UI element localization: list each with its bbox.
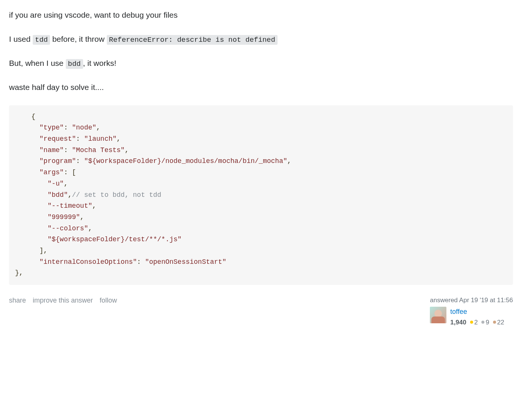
bronze-count: 22 xyxy=(497,318,504,327)
bronze-badge-icon xyxy=(493,321,496,324)
paragraph-1: if you are using vscode, want to debug y… xyxy=(9,9,513,21)
code-val: "Mocha Tests" xyxy=(72,146,124,154)
user-name-link[interactable]: toffee xyxy=(450,307,506,317)
code-key: "program" xyxy=(39,157,76,165)
code-pun: : xyxy=(137,258,145,266)
timestamp: Apr 19 '19 at 11:56 xyxy=(459,297,513,304)
code-val: "node" xyxy=(72,124,96,131)
code-pun: }, xyxy=(15,269,23,277)
bronze-badge: 22 xyxy=(493,318,504,327)
code-val: "${workspaceFolder}/test/**/*.js" xyxy=(47,236,181,243)
inline-code-bdd: bdd xyxy=(66,59,83,69)
code-pun: , xyxy=(125,146,129,154)
code-pun: , xyxy=(68,191,72,199)
gold-badge-icon xyxy=(470,321,473,324)
answer-footer: share improve this answer follow answere… xyxy=(9,295,513,327)
code-val: "--colors" xyxy=(47,225,88,232)
code-pun: , xyxy=(92,202,96,210)
inline-code-error: ReferenceError: describe is not defined xyxy=(107,35,278,45)
code-pun: : xyxy=(64,146,72,154)
text: But, when I use xyxy=(9,59,66,67)
gold-count: 2 xyxy=(474,318,478,327)
improve-answer-link[interactable]: improve this answer xyxy=(33,295,93,306)
code-val: "bdd" xyxy=(47,191,68,199)
code-pun: , xyxy=(88,225,92,232)
code-key: "args" xyxy=(39,169,64,176)
text: I used xyxy=(9,35,33,43)
code-pun: , xyxy=(287,157,291,165)
code-pun: , xyxy=(117,135,121,143)
gold-badge: 2 xyxy=(470,318,478,327)
paragraph-4: waste half day to solve it.... xyxy=(9,81,513,93)
user-card: answered Apr 19 '19 at 11:56 toffee 1,94… xyxy=(430,295,513,327)
follow-link[interactable]: follow xyxy=(100,295,117,306)
silver-badge: 9 xyxy=(481,318,489,327)
code-val: "launch" xyxy=(84,135,117,143)
code-pun: : xyxy=(64,124,72,131)
code-comment: // set to bdd, not tdd xyxy=(72,191,161,199)
code-content: { "type": "node", "request": "launch", "… xyxy=(15,111,507,279)
user-stats: 1,940 2 9 22 xyxy=(450,318,506,327)
code-pun: , xyxy=(96,124,100,131)
code-val: "-u" xyxy=(47,180,64,187)
code-val: "--timeout" xyxy=(47,202,92,210)
code-block: { "type": "node", "request": "launch", "… xyxy=(9,105,513,285)
silver-count: 9 xyxy=(486,318,489,327)
paragraph-3: But, when I use bdd, it works! xyxy=(9,57,513,69)
code-pun: , xyxy=(80,213,84,221)
code-val: "openOnSessionStart" xyxy=(145,258,226,266)
answered-time: answered Apr 19 '19 at 11:56 xyxy=(430,295,513,305)
silver-badge-icon xyxy=(481,321,484,324)
paragraph-2: I used tdd before, it throw ReferenceErr… xyxy=(9,33,513,45)
code-pun: : [ xyxy=(64,169,76,176)
share-link[interactable]: share xyxy=(9,295,26,306)
code-pun: , xyxy=(64,180,68,187)
code-pun: : xyxy=(76,157,84,165)
code-val: "999999" xyxy=(47,213,80,221)
code-key: "type" xyxy=(39,124,64,131)
inline-code-tdd: tdd xyxy=(33,35,50,45)
code-key: "request" xyxy=(39,135,76,143)
user-details: toffee 1,940 2 9 22 xyxy=(450,307,506,327)
code-key: "name" xyxy=(39,146,64,154)
code-key: "internalConsoleOptions" xyxy=(39,258,137,266)
text: answered xyxy=(430,297,459,304)
user-row: toffee 1,940 2 9 22 xyxy=(430,307,513,327)
code-line: { xyxy=(15,113,35,120)
text: before, it throw xyxy=(50,35,107,43)
avatar[interactable] xyxy=(430,307,446,323)
code-val: "${workspaceFolder}/node_modules/mocha/b… xyxy=(84,157,287,165)
text: , it works! xyxy=(83,59,117,67)
code-pun: ], xyxy=(39,247,48,254)
reputation-score: 1,940 xyxy=(450,318,466,327)
answer-body: if you are using vscode, want to debug y… xyxy=(9,9,513,285)
answer-actions: share improve this answer follow xyxy=(9,295,117,306)
code-pun: : xyxy=(76,135,84,143)
